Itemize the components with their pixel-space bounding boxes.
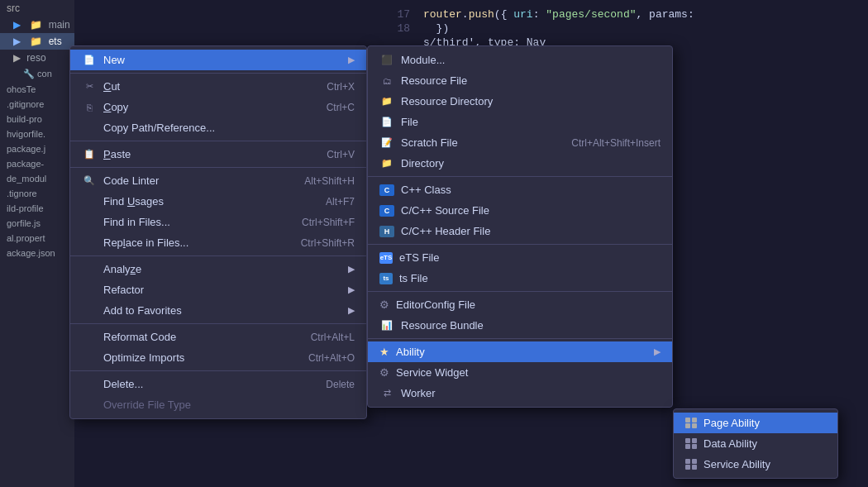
file-tree-package2[interactable]: package- (0, 156, 74, 171)
submenu-sep3 (368, 291, 672, 292)
ctx-copy-path[interactable]: Copy Path/Reference... (70, 117, 366, 138)
submenu-ets-file[interactable]: eTS eTS File (368, 247, 672, 268)
ets-file-icon: eTS (379, 252, 393, 264)
copy-path-icon (82, 122, 97, 134)
ctx-cut[interactable]: ✂ Cut Ctrl+X (70, 76, 366, 97)
file-tree-gorfile[interactable]: gorfile.js (0, 216, 74, 231)
ctx-analyze[interactable]: Analyze ▶ (70, 259, 366, 279)
ctx-find-usages-shortcut: Alt+F7 (326, 196, 355, 208)
worker-icon: ⇄ (379, 388, 394, 399)
file-tree-buildpro[interactable]: build-pro (0, 112, 74, 127)
ctx-refactor[interactable]: Refactor ▶ (70, 279, 366, 300)
file-tree-demodule[interactable]: de_modul (0, 171, 74, 186)
delete-icon (82, 379, 97, 390)
ctx-delete-label: Delete... (103, 378, 306, 390)
submenu-cpp-source[interactable]: C C/C++ Source File (368, 200, 672, 221)
submenu-new: ⬛ Module... 🗂 Resource File 📁 Resource D… (367, 45, 673, 408)
file-tree-hvigor[interactable]: hvigorfile. (0, 127, 74, 141)
submenu-ability[interactable]: ★ Ability ▶ (368, 341, 672, 362)
ts-file-icon: ts (379, 273, 393, 284)
submenu-resbundle-label: Resource Bundle (401, 319, 661, 332)
scratch-icon: 📝 (379, 137, 394, 149)
ctx-find-usages[interactable]: Find Usages Alt+F7 (70, 191, 366, 212)
ctx-find-files-shortcut: Ctrl+Shift+F (302, 217, 355, 228)
submenu-directory[interactable]: 📁 Directory (368, 153, 672, 174)
ctx-analyze-label: Analyze (103, 263, 341, 275)
submenu-ts-label: ts File (399, 272, 661, 284)
file-tree-src[interactable]: src (0, 0, 74, 17)
file-tree-packagejson[interactable]: ackage.json (0, 246, 74, 260)
file-tree-con[interactable]: 🔧 con (0, 66, 74, 82)
file-tree-alprop[interactable]: al.propert (0, 231, 74, 246)
submenu-resource-file[interactable]: 🗂 Resource File (368, 70, 672, 91)
ctx-cut-shortcut: Ctrl+X (327, 81, 355, 93)
submenu-module[interactable]: ⬛ Module... (368, 50, 672, 70)
file-tree-ohosT[interactable]: ohosTe (0, 82, 74, 97)
find-in-files-icon (82, 217, 97, 228)
data-ability-icon (685, 438, 697, 450)
submenu-scratch-file[interactable]: 📝 Scratch File Ctrl+Alt+Shift+Insert (368, 132, 672, 153)
submenu-ability-panel: Page Ability Data Ability Service Abilit… (673, 408, 838, 479)
submenu-editorconfig-label: EditorConfig File (396, 298, 661, 311)
ability-data[interactable]: Data Ability (674, 433, 837, 454)
module-icon: ⬛ (379, 55, 394, 66)
ctx-analyze-arrow: ▶ (348, 264, 355, 275)
ctx-reformat[interactable]: Reformat Code Ctrl+Alt+L (70, 327, 366, 347)
ctx-linter-label: Code Linter (103, 174, 284, 187)
submenu-worker-label: Worker (401, 387, 661, 399)
ctx-new[interactable]: 📄 New ▶ (70, 50, 366, 70)
separator-5 (70, 323, 366, 324)
submenu-service-widget[interactable]: ⚙ Service Widget (368, 362, 672, 383)
submenu-cpp-class[interactable]: C C++ Class (368, 179, 672, 200)
submenu-ts-file[interactable]: ts ts File (368, 268, 672, 289)
ctx-copy-path-label: Copy Path/Reference... (103, 122, 355, 134)
submenu-resource-dir[interactable]: 📁 Resource Directory (368, 91, 672, 112)
submenu-cpp-header[interactable]: H C/C++ Header File (368, 221, 672, 241)
submenu-editorconfig[interactable]: ⚙ EditorConfig File (368, 294, 672, 315)
file-tree-main[interactable]: ▶ 📁 main (0, 17, 74, 33)
ctx-add-favorites[interactable]: Add to Favorites ▶ (70, 300, 366, 321)
file-tree-ets[interactable]: ▶ 📁 ets (0, 33, 74, 50)
service-ability-icon (685, 459, 697, 470)
editorconfig-icon: ⚙ (379, 298, 389, 311)
submenu-ability-label: Ability (396, 346, 647, 358)
code-line-18: 18 }) (385, 22, 855, 35)
submenu-sep4 (368, 338, 672, 339)
ctx-find-in-files[interactable]: Find in Files... Ctrl+Shift+F (70, 212, 366, 232)
submenu-file[interactable]: 📄 File (368, 112, 672, 132)
ctx-new-arrow: ▶ (348, 55, 355, 65)
ctx-copy[interactable]: ⎘ Copy Ctrl+C (70, 97, 366, 117)
file-tree-tignore[interactable]: .tignore (0, 186, 74, 201)
ctx-paste-shortcut: Ctrl+V (327, 149, 355, 160)
submenu-resource-bundle[interactable]: 📊 Resource Bundle (368, 315, 672, 336)
cpp-src-icon: C (379, 205, 394, 217)
ctx-override-file-type[interactable]: Override File Type (70, 394, 366, 415)
separator-3 (70, 167, 366, 168)
ctx-paste-label: Paste (103, 148, 307, 160)
file-tree-ildprofile[interactable]: ild-profile (0, 201, 74, 216)
service-widget-icon: ⚙ (379, 366, 389, 379)
ability-page[interactable]: Page Ability (674, 413, 837, 433)
ability-service[interactable]: Service Ability (674, 454, 837, 475)
file-icon: 📄 (379, 117, 394, 128)
separator-1 (70, 73, 366, 74)
submenu-ability-arrow: ▶ (654, 346, 661, 357)
ctx-replace-in-files[interactable]: Replace in Files... Ctrl+Shift+R (70, 232, 366, 253)
ctx-paste[interactable]: 📋 Paste Ctrl+V (70, 144, 366, 165)
ctx-favorites-arrow: ▶ (348, 305, 355, 316)
submenu-cppclass-label: C++ Class (401, 184, 661, 196)
ability-data-label: Data Ability (703, 437, 826, 450)
ctx-code-linter[interactable]: 🔍 Code Linter Alt+Shift+H (70, 170, 366, 191)
file-tree-packagej[interactable]: package.j (0, 141, 74, 156)
file-tree: src ▶ 📁 main ▶ 📁 ets ▶ reso 🔧 con ohosTe… (0, 0, 74, 487)
dir-icon: 📁 (379, 158, 394, 169)
file-tree-gitignore[interactable]: .gitignore (0, 97, 74, 112)
ctx-delete[interactable]: Delete... Delete (70, 374, 366, 394)
file-tree-reso[interactable]: ▶ reso (0, 50, 74, 66)
find-usages-icon (82, 196, 97, 208)
separator-4 (70, 255, 366, 256)
submenu-worker[interactable]: ⇄ Worker (368, 383, 672, 403)
submenu-sep1 (368, 176, 672, 177)
ctx-optimize-imports[interactable]: Optimize Imports Ctrl+Alt+O (70, 347, 366, 368)
context-menu: 📄 New ▶ ✂ Cut Ctrl+X ⎘ Copy Ctrl+C Copy … (69, 45, 367, 419)
